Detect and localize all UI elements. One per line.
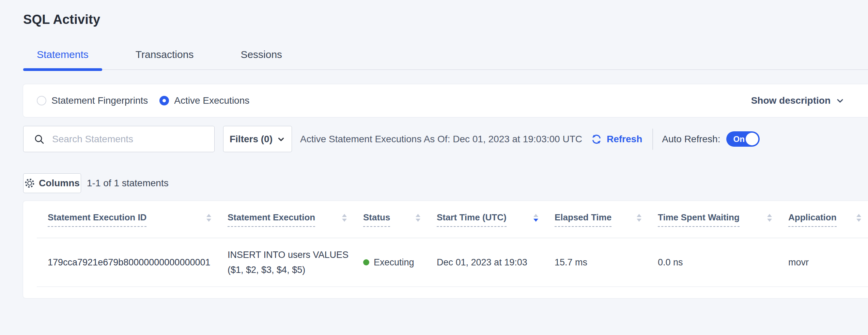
statements-table-card: Statement Execution ID Statement Executi… xyxy=(23,201,868,298)
cell-application: movr xyxy=(788,238,868,287)
radio-unselected-icon[interactable] xyxy=(37,96,46,105)
cell-time-spent-waiting: 0.0 ns xyxy=(658,238,788,287)
toggle-state-label: On xyxy=(733,134,744,144)
tab-transactions[interactable]: Transactions xyxy=(122,49,207,69)
sort-arrows-icon[interactable] xyxy=(206,214,211,222)
tab-sessions[interactable]: Sessions xyxy=(227,49,296,69)
column-header-statement-execution-id[interactable]: Statement Execution ID xyxy=(37,201,228,238)
sort-arrows-icon[interactable] xyxy=(856,214,861,222)
show-description-toggle[interactable]: Show description xyxy=(751,95,845,106)
results-count: 1-1 of 1 statements xyxy=(87,178,169,189)
show-description-label: Show description xyxy=(751,95,831,106)
as-of-timestamp: Active Statement Executions As Of: Dec 0… xyxy=(300,134,582,145)
radio-label: Statement Fingerprints xyxy=(51,95,148,106)
table-toolbar: Columns 1-1 of 1 statements xyxy=(23,173,868,193)
cell-statement[interactable]: INSERT INTO users VALUES ($1, $2, $3, $4… xyxy=(228,238,363,287)
cell-start-time: Dec 01, 2023 at 19:03 xyxy=(437,238,555,287)
tab-bar: Statements Transactions Sessions xyxy=(23,49,868,70)
view-mode-card: Statement Fingerprints Active Executions… xyxy=(23,84,868,117)
filters-button[interactable]: Filters (0) xyxy=(223,126,292,152)
column-header-application[interactable]: Application xyxy=(788,201,868,238)
chevron-down-icon xyxy=(835,96,845,105)
refresh-icon xyxy=(590,133,603,145)
auto-refresh-label: Auto Refresh: xyxy=(662,134,720,145)
view-mode-radio-group: Statement Fingerprints Active Executions xyxy=(37,95,249,106)
radio-label: Active Executions xyxy=(174,95,249,106)
search-box[interactable] xyxy=(23,126,215,152)
chevron-down-icon xyxy=(277,135,285,144)
status-dot-icon xyxy=(363,259,369,265)
auto-refresh-toggle[interactable]: On xyxy=(726,131,760,147)
sort-arrows-icon[interactable] xyxy=(533,214,538,222)
radio-active-executions[interactable]: Active Executions xyxy=(159,95,249,106)
refresh-button[interactable]: Refresh xyxy=(590,133,642,145)
column-header-time-spent-waiting[interactable]: Time Spent Waiting xyxy=(658,201,788,238)
radio-statement-fingerprints[interactable]: Statement Fingerprints xyxy=(37,95,148,106)
page-header: SQL Activity xyxy=(0,0,868,27)
page-title: SQL Activity xyxy=(23,12,868,27)
column-header-elapsed-time[interactable]: Elapsed Time xyxy=(555,201,658,238)
sort-arrows-icon[interactable] xyxy=(767,214,772,222)
search-input[interactable] xyxy=(52,134,202,145)
sql-activity-page: SQL Activity Statements Transactions Ses… xyxy=(0,0,868,335)
column-header-statement-execution[interactable]: Statement Execution xyxy=(228,201,363,238)
table-header-row: Statement Execution ID Statement Executi… xyxy=(37,201,868,238)
cell-status: Executing xyxy=(363,238,437,287)
status-label: Executing xyxy=(374,257,414,268)
column-header-start-time[interactable]: Start Time (UTC) xyxy=(437,201,555,238)
sort-arrows-icon[interactable] xyxy=(637,214,641,222)
sort-arrows-icon[interactable] xyxy=(342,214,347,222)
statements-table: Statement Execution ID Statement Executi… xyxy=(37,201,868,287)
toggle-knob[interactable] xyxy=(746,133,758,145)
refresh-label: Refresh xyxy=(607,134,642,145)
cell-elapsed-time: 15.7 ms xyxy=(555,238,658,287)
sort-arrows-icon[interactable] xyxy=(416,214,420,222)
tab-statements[interactable]: Statements xyxy=(23,49,102,69)
search-icon xyxy=(34,134,45,145)
vertical-divider xyxy=(652,129,653,150)
columns-button[interactable]: Columns xyxy=(23,173,81,193)
columns-button-label: Columns xyxy=(39,178,80,189)
controls-row: Filters (0) Active Statement Executions … xyxy=(23,126,868,152)
gear-icon xyxy=(25,178,35,188)
column-header-status[interactable]: Status xyxy=(363,201,437,238)
cell-execution-id: 179cca7921e679b80000000000000001 xyxy=(37,238,228,287)
radio-selected-icon[interactable] xyxy=(159,96,169,105)
filters-label: Filters (0) xyxy=(230,134,273,145)
table-row: 179cca7921e679b80000000000000001 INSERT … xyxy=(37,238,868,287)
